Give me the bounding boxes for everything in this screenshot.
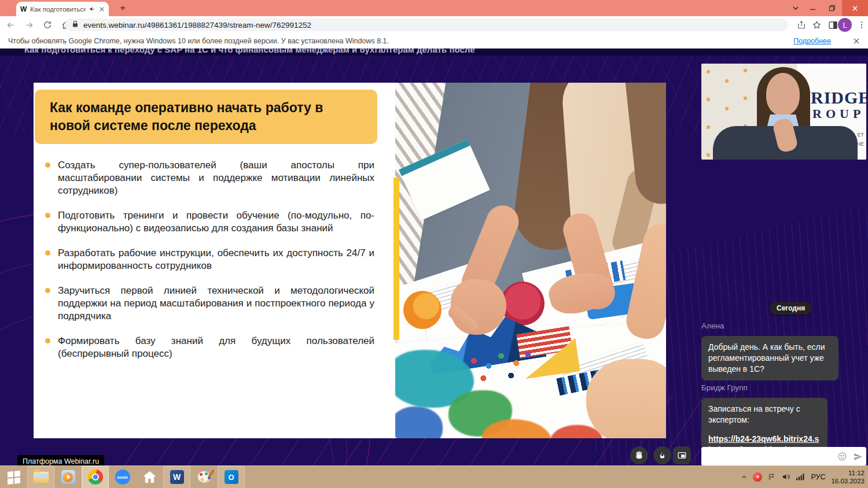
address-bar[interactable]: events.webinar.ru/49861361/1988827439/st… — [65, 19, 788, 31]
taskbar-zoom-button[interactable]: zoom — [109, 466, 136, 488]
slide-bullet: Разработать рабочие инструкции, обеспечи… — [42, 247, 374, 272]
word-icon: W — [170, 470, 184, 484]
chat-message: Добрый день. А как быть, если регламенти… — [701, 336, 838, 380]
taskbar-explorer-button[interactable] — [27, 466, 54, 488]
slide-title: Как команде оперативно начать работу в н… — [50, 99, 366, 135]
taskbar-clock[interactable]: 11:12 16.03.2023 — [831, 469, 865, 485]
chat-input-container — [701, 447, 866, 465]
slide-accent-bar — [393, 178, 399, 340]
forward-icon[interactable] — [21, 17, 37, 33]
antivirus-tray-icon[interactable]: ✶ — [753, 472, 762, 482]
taskbar-chrome-button[interactable] — [82, 466, 109, 488]
chat-author: Бридж Групп — [701, 383, 748, 392]
clock-date: 16.03.2023 — [831, 477, 865, 485]
tab-audio-icon — [89, 6, 95, 12]
slide-bullet-list: Создать супер-пользователей (ваши апосто… — [42, 159, 374, 360]
bookmark-star-icon[interactable] — [809, 18, 824, 32]
taskbar-word-button[interactable]: W — [163, 466, 190, 488]
emoji-icon[interactable] — [834, 449, 850, 465]
url-text: events.webinar.ru/49861361/1988827439/st… — [83, 21, 311, 29]
browser-menu-icon[interactable] — [854, 18, 868, 32]
volume-icon[interactable] — [782, 472, 790, 481]
share-icon[interactable] — [794, 18, 809, 32]
tab-favicon: W — [20, 5, 27, 13]
reload-icon[interactable] — [39, 17, 56, 33]
start-button[interactable] — [0, 466, 27, 488]
taskbar-home-button[interactable] — [136, 466, 163, 488]
presentation-slide: Как команде оперативно начать работу в н… — [34, 83, 666, 438]
infobar-close-icon[interactable] — [849, 34, 863, 48]
picture-in-picture-button[interactable] — [673, 446, 691, 464]
webinar-page: Как подготовиться к переходу с SAP на 1С… — [0, 49, 868, 465]
chrome-icon — [88, 469, 103, 485]
paint-icon — [197, 471, 211, 483]
window-restore-button[interactable] — [822, 0, 842, 16]
chat-input[interactable] — [701, 447, 834, 465]
windows-logo-icon — [8, 470, 20, 483]
presenter-video[interactable]: BRIDGE GROUP ЕТ Ш КЛЮЧЕ — [701, 64, 866, 160]
chrome-update-infobar: Чтобы обновлять Google Chrome, нужна Win… — [0, 34, 868, 49]
infobar-details-link[interactable]: Подробнее — [793, 37, 831, 45]
tab-title: Как подготовиться к перехо — [30, 6, 86, 13]
browser-tabstrip: W Как подготовиться к перехо + — [0, 0, 868, 16]
send-icon[interactable] — [850, 449, 866, 465]
tray-expand-icon[interactable] — [741, 474, 747, 480]
tab-search-chevron-icon[interactable] — [787, 0, 804, 16]
infobar-text: Чтобы обновлять Google Chrome, нужна Win… — [8, 37, 389, 45]
slide-bullet: Создать супер-пользователей (ваши апосто… — [42, 159, 374, 197]
system-tray: ✶ РУС 11:12 16.03.2023 — [741, 465, 865, 488]
slide-title-box: Как команде оперативно начать работу в н… — [35, 90, 377, 144]
taskbar-paint-button[interactable] — [190, 466, 218, 488]
browser-tab[interactable]: W Как подготовиться к перехо — [16, 2, 109, 16]
chat-author: Алена — [701, 321, 724, 330]
chat-date-badge: Сегодня — [770, 302, 812, 315]
clock-time: 11:12 — [831, 469, 865, 477]
slide-bullet: Подготовить тренинги и провести обучение… — [42, 209, 374, 235]
folder-icon — [34, 472, 49, 483]
outlook-icon: O — [225, 470, 238, 484]
taskbar-mediaplayer-button[interactable] — [54, 466, 82, 488]
new-tab-button[interactable]: + — [116, 1, 130, 15]
media-player-icon — [61, 470, 75, 484]
taskbar-outlook-button[interactable]: O — [218, 466, 245, 488]
slide-bullet: Заручиться первой линией технической и м… — [42, 284, 374, 323]
slide-text-panel: Как команде оперативно начать работу в н… — [34, 83, 395, 438]
tab-close-icon[interactable] — [99, 6, 105, 12]
window-close-button[interactable] — [842, 0, 868, 16]
action-center-flag-icon[interactable] — [768, 473, 776, 481]
profile-avatar[interactable]: L — [838, 18, 852, 32]
back-icon[interactable] — [2, 17, 19, 33]
raise-hand-button[interactable] — [630, 446, 648, 464]
window-minimize-button[interactable] — [803, 0, 822, 16]
browser-toolbar: events.webinar.ru/49861361/1988827439/st… — [0, 16, 868, 34]
slide-bullet: Формировать базу знаний для будущих поль… — [42, 335, 374, 360]
padlock-icon — [72, 20, 79, 30]
slide-photo — [395, 83, 666, 438]
house-icon — [144, 471, 156, 483]
zoom-icon: zoom — [115, 469, 130, 485]
webinar-header-title-clipped: Как подготовиться к переходу с SAP на 1С… — [0, 49, 868, 56]
language-indicator[interactable]: РУС — [811, 473, 825, 481]
windows-taskbar: zoom W O — [0, 465, 868, 488]
reactions-fire-button[interactable] — [653, 446, 671, 464]
network-signal-icon[interactable] — [796, 473, 805, 480]
